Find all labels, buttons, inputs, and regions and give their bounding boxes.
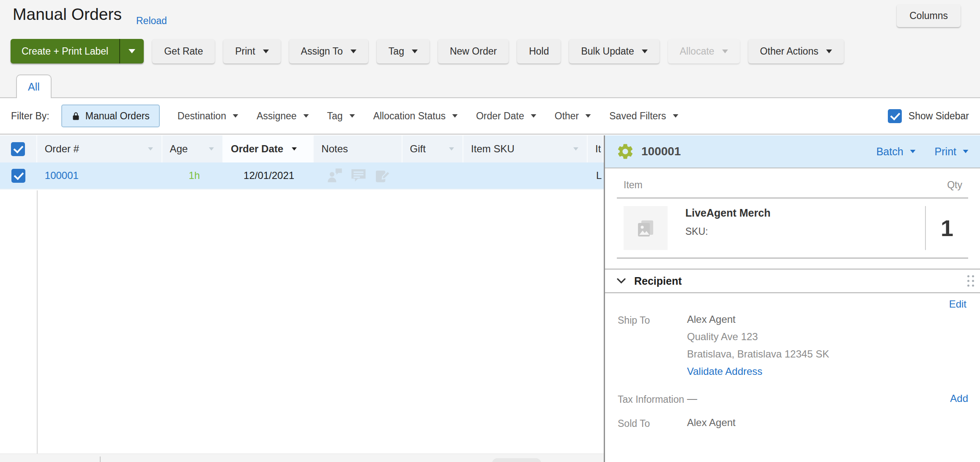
show-sidebar-label: Show Sidebar	[909, 110, 969, 122]
header-age[interactable]: Age	[162, 135, 224, 162]
order-date-cell: 12/01/2021	[224, 162, 315, 189]
allocate-button: Allocate	[668, 39, 740, 63]
header-gift[interactable]: Gift	[402, 135, 464, 162]
header-order-number[interactable]: Order #	[37, 135, 162, 162]
drag-handle-icon[interactable]	[967, 275, 974, 287]
sort-caret-icon	[292, 147, 297, 151]
header-item-sku[interactable]: Item SKU	[463, 135, 588, 162]
show-sidebar-checkbox[interactable]	[888, 109, 902, 123]
validate-address-link[interactable]: Validate Address	[687, 366, 762, 377]
sort-caret-icon	[573, 147, 578, 151]
ship-to-label: Ship To	[618, 314, 687, 377]
chevron-down-icon	[452, 114, 458, 118]
customer-message-icon[interactable]	[350, 167, 367, 184]
batch-menu[interactable]: Batch	[876, 146, 916, 158]
locked-filter-chip[interactable]: Manual Orders	[61, 104, 160, 127]
chevron-down-icon	[412, 50, 418, 53]
tax-information-row: Tax Information — Add	[617, 393, 968, 405]
qty-column-label: Qty	[947, 179, 962, 191]
chevron-down-icon	[910, 150, 915, 153]
tab-all[interactable]: All	[16, 74, 52, 98]
select-all-cell	[0, 135, 37, 162]
show-sidebar-toggle[interactable]: Show Sidebar	[888, 109, 969, 123]
orders-table: Order # Age Order Date Notes Gift Item S…	[0, 135, 604, 462]
page-title: Manual Orders	[13, 5, 122, 24]
print-menu[interactable]: Print	[935, 146, 969, 158]
sold-to-name: Alex Agent	[687, 417, 968, 429]
order-sidebar: 100001 Batch Print Item Qty	[604, 135, 980, 462]
filter-assignee[interactable]: Assignee	[257, 110, 309, 122]
tax-information-value: —	[687, 393, 950, 405]
chevron-down-icon	[233, 114, 238, 118]
table-row[interactable]: 100001 1h 12/01/2021 L	[0, 162, 604, 190]
title-bar: Manual Orders Reload Columns	[0, 0, 980, 38]
buyer-note-icon[interactable]	[326, 167, 343, 184]
chevron-down-icon	[531, 114, 536, 118]
row-checkbox[interactable]	[11, 169, 25, 183]
filter-order-date[interactable]: Order Date	[476, 110, 537, 122]
select-all-checkbox[interactable]	[11, 142, 25, 156]
chevron-down-icon	[350, 50, 356, 53]
column-divider	[37, 190, 38, 454]
address-line-1: Quality Ave 123	[687, 331, 968, 343]
item-column-label: Item	[624, 179, 643, 191]
validate-address-row: Validate Address	[687, 366, 968, 377]
chevron-down-icon	[673, 114, 678, 118]
filter-allocation-status[interactable]: Allocation Status	[373, 110, 458, 122]
bulk-update-button[interactable]: Bulk Update	[569, 39, 659, 63]
item-row: LiveAgent Merch SKU: 1	[617, 198, 968, 258]
assign-to-button[interactable]: Assign To	[289, 39, 368, 63]
chevron-down-icon	[263, 50, 269, 53]
recipient-title: Recipient	[634, 275, 682, 287]
order-date-value: 12/01/2021	[244, 170, 294, 182]
chevron-down-icon	[722, 50, 728, 53]
chevron-down-icon	[349, 114, 355, 118]
sidebar-order-number: 100001	[641, 145, 681, 158]
create-print-label-button[interactable]: Create + Print Label	[11, 39, 144, 63]
print-button[interactable]: Print	[223, 39, 280, 63]
create-print-label-dropdown[interactable]	[119, 39, 144, 63]
chevron-down-icon	[303, 114, 309, 118]
columns-button[interactable]: Columns	[897, 4, 961, 27]
filter-saved-filters[interactable]: Saved Filters	[609, 110, 679, 122]
header-item-name[interactable]: It	[588, 135, 604, 162]
other-actions-button[interactable]: Other Actions	[748, 39, 844, 63]
reload-link[interactable]: Reload	[136, 15, 167, 27]
tag-button[interactable]: Tag	[377, 39, 430, 63]
tab-row: All	[0, 74, 980, 98]
header-order-date[interactable]: Order Date	[223, 135, 314, 162]
filter-destination[interactable]: Destination	[178, 110, 239, 122]
row-select-cell	[0, 162, 37, 189]
sort-caret-icon	[148, 147, 153, 151]
item-thumbnail	[624, 206, 668, 250]
get-rate-button[interactable]: Get Rate	[152, 39, 215, 63]
recipient-section: Edit Ship To Alex Agent Quality Ave 123 …	[605, 293, 980, 429]
edit-link[interactable]: Edit	[949, 298, 966, 310]
tax-add-link[interactable]: Add	[950, 393, 968, 404]
chevron-down-icon	[642, 50, 648, 53]
items-header: Item Qty	[617, 168, 968, 198]
image-placeholder-icon	[635, 218, 656, 238]
gear-icon[interactable]	[616, 142, 635, 161]
table-footer	[0, 454, 604, 462]
new-order-button[interactable]: New Order	[438, 39, 509, 63]
gift-cell	[403, 162, 464, 189]
order-number-cell: 100001	[37, 162, 162, 189]
chevron-down-icon	[963, 150, 969, 153]
internal-note-icon[interactable]	[374, 167, 391, 184]
edit-row: Edit	[617, 293, 968, 314]
filter-other[interactable]: Other	[555, 110, 592, 122]
hold-button[interactable]: Hold	[517, 39, 561, 63]
item-name-cell: L	[589, 162, 604, 189]
create-print-label-main[interactable]: Create + Print Label	[11, 39, 119, 63]
chevron-down-icon[interactable]	[617, 278, 626, 284]
note-icons	[326, 167, 391, 184]
order-number-link[interactable]: 100001	[45, 170, 79, 182]
recipient-section-header[interactable]: Recipient	[605, 269, 980, 293]
address-line-2: Bratislava, Bratislava 12345 SK	[687, 348, 968, 360]
sidebar-header: 100001 Batch Print	[605, 135, 980, 168]
header-notes[interactable]: Notes	[314, 135, 402, 162]
filter-tag[interactable]: Tag	[327, 110, 356, 122]
chevron-down-icon	[826, 50, 832, 53]
filter-bar: Filter By: Manual Orders Destination Ass…	[0, 98, 980, 134]
